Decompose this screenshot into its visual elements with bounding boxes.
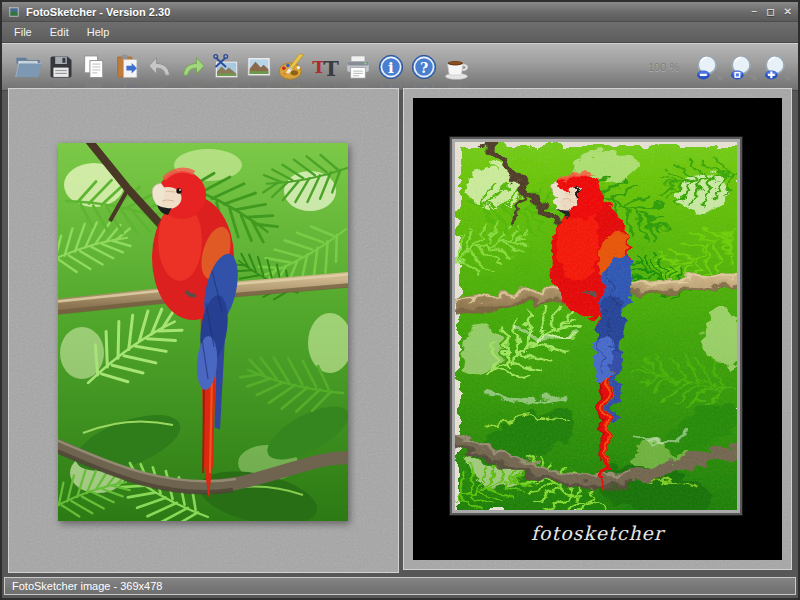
redo-button[interactable] [176,45,209,88]
drawing-parameters-button[interactable] [275,45,308,88]
fotosketcher-signature: fotosketcher [413,522,782,544]
save-icon [47,53,75,81]
status-text: FotoSketcher image - 369x478 [12,580,162,592]
info-icon [377,53,405,81]
donate-coffee-button[interactable] [440,45,473,88]
zoom-in-button[interactable] [761,46,793,88]
save-image-button[interactable] [44,45,77,88]
resize-crop-button[interactable] [209,45,242,88]
original-photo [58,143,348,521]
folder-open-icon [14,53,42,81]
printer-icon [344,53,372,81]
zoom-actual-size-button[interactable] [727,46,759,88]
undo-icon [146,53,174,81]
scissors-photo-icon [212,53,240,81]
fotosketcher-window: FotoSketcher - Version 2.30 − ◻ ✕ File E… [0,0,800,600]
paste-button[interactable] [110,45,143,88]
copy-button[interactable] [77,45,110,88]
undo-button[interactable] [143,45,176,88]
add-text-button[interactable] [308,45,341,88]
open-image-button[interactable] [11,45,44,88]
window-title: FotoSketcher - Version 2.30 [26,6,170,18]
print-button[interactable] [341,45,374,88]
copy-icon [80,53,108,81]
help-button[interactable] [407,45,440,88]
zoom-actual-size-icon [728,53,758,83]
painting-frame [450,137,742,515]
coffee-cup-icon [443,53,471,81]
menu-file[interactable]: File [5,24,41,40]
black-canvas-area: fotosketcher [413,98,782,560]
menubar: File Edit Help [2,22,798,43]
minimize-icon[interactable]: − [751,7,757,17]
titlebar[interactable]: FotoSketcher - Version 2.30 − ◻ ✕ [2,2,798,22]
original-image-panel [8,88,399,573]
close-icon[interactable]: ✕ [784,7,792,17]
app-icon [8,6,20,18]
palette-icon [278,53,306,81]
zoom-out-icon [694,53,724,83]
zoom-out-button[interactable] [693,46,725,88]
help-icon [410,53,438,81]
status-bar: FotoSketcher image - 369x478 [4,577,796,595]
result-image-panel: fotosketcher [403,88,792,570]
text-icon [311,53,339,81]
sketched-painting [455,142,737,510]
paste-icon [113,53,141,81]
zoom-in-icon [762,53,792,83]
maximize-icon[interactable]: ◻ [766,7,774,17]
menu-help[interactable]: Help [78,24,119,40]
about-button[interactable] [374,45,407,88]
view-image-button[interactable] [242,45,275,88]
toolbar: 100 % [2,43,798,91]
redo-icon [179,53,207,81]
zoom-level-label: 100 % [648,61,679,73]
menu-edit[interactable]: Edit [41,24,78,40]
window-controls: − ◻ ✕ [751,7,792,17]
photo-icon [245,53,273,81]
